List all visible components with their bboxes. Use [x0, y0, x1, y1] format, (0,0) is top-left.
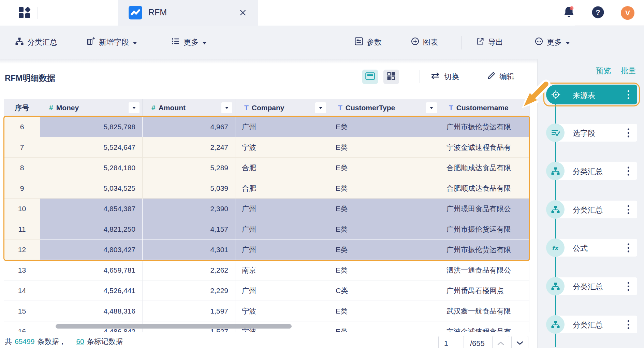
node-menu-icon[interactable]: [626, 90, 631, 99]
flow-node-分类汇总[interactable]: 分类汇总: [538, 315, 644, 334]
cell-Money: 4,488,316: [40, 301, 143, 321]
cell-CustomerType: E类: [329, 137, 440, 158]
node-menu-icon[interactable]: [626, 282, 631, 291]
classify-summary-button[interactable]: 分类汇总: [15, 26, 57, 59]
avatar[interactable]: V: [621, 6, 634, 20]
app-logo-icon[interactable]: [18, 6, 31, 21]
cell-Customername: 合肥顺成达食品有限: [440, 158, 529, 178]
cell-Customername: 泗洪一通食品有限公: [440, 260, 529, 280]
edit-label: 编辑: [499, 72, 514, 82]
divider: [38, 7, 38, 19]
column-header-CustomerType[interactable]: TCustomerType: [329, 99, 440, 116]
flow-node-选字段[interactable]: 选字段: [538, 123, 644, 143]
text-type-icon: T: [449, 104, 453, 112]
cell-CustomerType: E类: [329, 260, 440, 280]
cell-序号: 11: [4, 219, 40, 240]
notification-bell-icon[interactable]: [563, 6, 575, 20]
cell-序号: 15: [4, 301, 40, 321]
column-header-Company[interactable]: TCompany: [235, 99, 329, 116]
cell-CustomerType: E类: [329, 240, 440, 260]
flow-node-分类汇总[interactable]: 分类汇总: [538, 276, 644, 296]
flow-node-分类汇总[interactable]: 分类汇总: [538, 161, 644, 181]
node-label: 分类汇总: [573, 320, 603, 330]
horizontal-scrollbar[interactable]: [56, 324, 292, 329]
marked-count-link[interactable]: 60: [76, 337, 84, 345]
table-row[interactable]: 104,854,3872,390广州E类广州璟田食品有限公: [4, 199, 530, 219]
node-menu-icon[interactable]: [626, 128, 631, 137]
switch-button[interactable]: 切换: [430, 59, 459, 95]
node-menu-icon[interactable]: [626, 166, 631, 175]
svg-text:fx: fx: [552, 245, 559, 251]
export-button[interactable]: 导出: [476, 26, 503, 59]
add-field-button[interactable]: 新增字段: [87, 26, 137, 59]
hierarchy-icon: [546, 277, 565, 295]
column-plus-icon: [87, 37, 95, 47]
column-header-Money[interactable]: #Money: [40, 99, 143, 116]
cell-序号: 10: [4, 199, 40, 219]
cell-Money: 5,825,798: [40, 117, 143, 137]
column-label: 序号: [15, 103, 29, 113]
edit-button[interactable]: 编辑: [487, 59, 514, 95]
cell-Money: 4,803,427: [40, 240, 143, 260]
cell-CustomerType: E类: [329, 219, 440, 240]
column-header-序号[interactable]: 序号: [4, 99, 40, 116]
caret-down-icon: [566, 38, 570, 47]
number-type-icon: #: [151, 104, 156, 112]
cell-Customername: 广州璟田食品有限公: [440, 199, 529, 219]
total-suffix: 条数据，: [37, 337, 66, 345]
batch-tab[interactable]: 批量: [621, 66, 636, 76]
marked-suffix: 条标记数据: [87, 337, 123, 345]
column-header-Customername[interactable]: TCustomername: [440, 99, 529, 116]
cell-CustomerType: E类: [329, 321, 440, 332]
cell-Company: 广州: [235, 117, 329, 137]
column-filter-button[interactable]: [426, 102, 437, 113]
node-menu-icon[interactable]: [626, 205, 631, 214]
cell-序号: 8: [4, 158, 40, 178]
table-row[interactable]: 154,488,3161,597宁波E类武汉鑫一航食品有限: [4, 301, 530, 321]
preview-tab[interactable]: 预览: [596, 66, 611, 76]
cell-Customername: 广州番禺石楼网点: [440, 280, 529, 301]
column-header-Amount[interactable]: #Amount: [143, 99, 235, 116]
page-up-button[interactable]: [492, 336, 509, 348]
cell-序号: 13: [4, 260, 40, 280]
table-row[interactable]: 134,659,7812,262南京E类泗洪一通食品有限公: [4, 260, 530, 280]
flow-node-来源表[interactable]: 来源表: [538, 85, 644, 104]
node-menu-icon[interactable]: [626, 243, 631, 252]
switch-label: 切换: [444, 72, 459, 82]
page-down-button[interactable]: [511, 336, 528, 348]
cell-Amount: 2,390: [143, 199, 235, 219]
column-filter-button[interactable]: [129, 102, 140, 113]
close-icon[interactable]: [238, 8, 248, 18]
sliders-box-icon: [355, 37, 363, 47]
node-menu-icon[interactable]: [626, 320, 631, 329]
table-view-toggle[interactable]: [362, 70, 378, 84]
tab-rfm[interactable]: RFM: [118, 0, 258, 26]
table-row[interactable]: 114,821,2504,157广州E类广州市振伦货运有限: [4, 219, 530, 240]
flow-node-公式[interactable]: fx公式: [538, 238, 644, 258]
node-label: 分类汇总: [573, 282, 603, 292]
more-left-button[interactable]: 更多: [172, 26, 207, 59]
table-row[interactable]: 144,526,4412,229广州C类广州番禺石楼网点: [4, 280, 530, 301]
hierarchy-icon: [15, 37, 24, 47]
table-row[interactable]: 95,034,5255,039合肥E类合肥顺成达食品有限: [4, 178, 530, 199]
grid-view-toggle[interactable]: [383, 70, 399, 84]
cell-Customername: 合肥顺成达食品有限: [440, 178, 529, 199]
help-icon[interactable]: ?: [591, 6, 604, 20]
flow-node-分类汇总[interactable]: 分类汇总: [538, 200, 644, 219]
params-button[interactable]: 参数: [355, 26, 382, 59]
table-row[interactable]: 75,524,6472,247宁波E类宁波金诚速程食品有: [4, 137, 530, 158]
table-row[interactable]: 65,825,7984,967广州E类广州市振伦货运有限: [4, 117, 530, 137]
column-filter-button[interactable]: [221, 102, 232, 113]
column-label: Customername: [456, 104, 509, 112]
caret-down-icon: [202, 38, 207, 47]
top-bar: RFM ? V: [0, 0, 644, 26]
more-left-label: 更多: [184, 37, 199, 47]
chart-button[interactable]: 图表: [411, 26, 438, 59]
table-row[interactable]: 85,284,1805,289合肥E类合肥顺成达食品有限: [4, 158, 530, 178]
more-right-button[interactable]: 更多: [535, 26, 570, 59]
params-label: 参数: [367, 37, 382, 47]
cell-序号: 16: [4, 321, 40, 332]
table-row[interactable]: 124,803,4274,301广州E类广州市振伦货运有限: [4, 240, 530, 260]
column-filter-button[interactable]: [315, 102, 326, 113]
page-number-input[interactable]: [438, 336, 464, 348]
